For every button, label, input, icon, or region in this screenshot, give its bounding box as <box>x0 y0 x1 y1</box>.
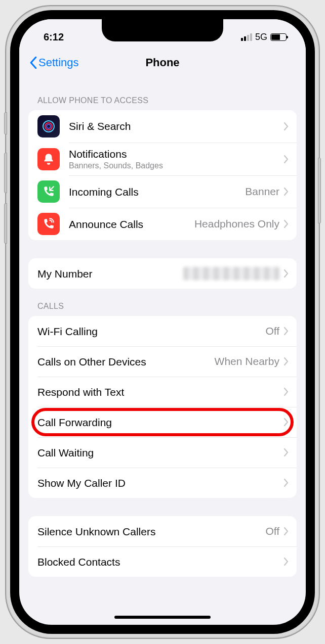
row-calls-other-devices[interactable]: Calls on Other Devices When Nearby <box>28 346 297 377</box>
row-value: Headphones Only <box>194 218 279 230</box>
row-label: Wi-Fi Calling <box>37 325 265 338</box>
row-announce-calls[interactable]: Announce Calls Headphones Only <box>28 208 297 240</box>
row-notifications[interactable]: Notifications Banners, Sounds, Badges <box>28 143 297 175</box>
row-siri-search[interactable]: Siri & Search <box>28 110 297 143</box>
row-show-caller-id[interactable]: Show My Caller ID <box>28 468 297 498</box>
phone-incoming-icon <box>37 180 60 203</box>
status-time: 6:12 <box>44 31 64 43</box>
row-label: Announce Calls <box>69 218 194 231</box>
chevron-right-icon <box>283 387 289 396</box>
svg-point-2 <box>47 124 51 128</box>
row-label: Blocked Contacts <box>37 556 283 568</box>
row-label: Respond with Text <box>37 386 283 398</box>
chevron-right-icon <box>283 418 289 427</box>
row-label: Incoming Calls <box>69 186 245 198</box>
row-value: Banner <box>245 186 279 198</box>
row-sublabel: Banners, Sounds, Badges <box>69 161 283 170</box>
chevron-right-icon <box>283 122 289 131</box>
row-call-forwarding[interactable]: Call Forwarding <box>28 407 297 437</box>
row-label: My Number <box>37 267 183 280</box>
chevron-left-icon <box>29 57 37 69</box>
home-indicator[interactable] <box>114 616 211 619</box>
chevron-right-icon <box>283 327 289 336</box>
row-value: When Nearby <box>215 355 279 367</box>
redacted-value <box>183 267 279 280</box>
nav-bar: Settings Phone <box>19 48 306 78</box>
battery-icon <box>270 33 287 41</box>
back-label: Settings <box>38 56 79 69</box>
row-call-waiting[interactable]: Call Waiting <box>28 437 297 468</box>
row-label: Silence Unknown Callers <box>37 525 265 538</box>
chevron-right-icon <box>283 557 289 566</box>
row-label: Calls on Other Devices <box>37 355 215 368</box>
row-my-number[interactable]: My Number <box>28 258 297 289</box>
chevron-right-icon <box>283 357 289 366</box>
bell-icon <box>37 148 60 170</box>
row-label: Show My Caller ID <box>37 477 283 489</box>
row-wifi-calling[interactable]: Wi-Fi Calling Off <box>28 316 297 346</box>
chevron-right-icon <box>283 269 289 278</box>
row-value: Off <box>265 325 279 337</box>
row-silence-unknown[interactable]: Silence Unknown Callers Off <box>28 516 297 546</box>
row-incoming-calls[interactable]: Incoming Calls Banner <box>28 175 297 208</box>
chevron-right-icon <box>283 155 289 164</box>
section-header-access: ALLOW PHONE TO ACCESS <box>19 83 306 110</box>
row-label: Siri & Search <box>69 120 283 132</box>
siri-icon <box>37 115 60 137</box>
chevron-right-icon <box>283 448 289 457</box>
row-label: Call Waiting <box>37 446 283 459</box>
row-label: Notifications <box>69 148 283 160</box>
row-respond-with-text[interactable]: Respond with Text <box>28 377 297 407</box>
section-header-calls: CALLS <box>19 289 306 316</box>
back-button[interactable]: Settings <box>29 56 79 69</box>
row-value: Off <box>265 525 279 537</box>
row-label: Call Forwarding <box>37 416 283 429</box>
chevron-right-icon <box>283 527 289 536</box>
phone-announce-icon <box>37 213 60 235</box>
network-label: 5G <box>255 32 267 42</box>
chevron-right-icon <box>283 187 289 196</box>
page-title: Phone <box>145 56 179 69</box>
chevron-right-icon <box>283 478 289 487</box>
row-blocked-contacts[interactable]: Blocked Contacts <box>28 546 297 577</box>
chevron-right-icon <box>283 219 289 228</box>
signal-icon <box>241 33 252 41</box>
